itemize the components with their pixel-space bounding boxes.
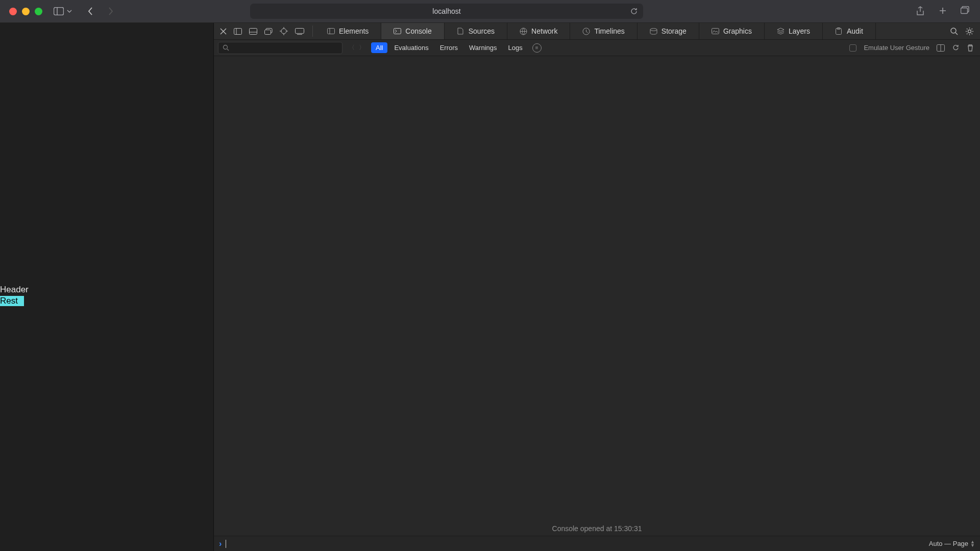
address-text: localhost — [432, 7, 460, 15]
svg-rect-4 — [234, 28, 242, 34]
browser-titlebar: localhost — [0, 0, 980, 23]
filter-pill-warnings[interactable]: Warnings — [464, 42, 501, 53]
network-icon — [520, 28, 527, 35]
tabs-overview-button[interactable] — [961, 6, 971, 16]
tab-label: Audit — [847, 27, 863, 35]
new-tab-button[interactable] — [938, 6, 947, 16]
address-bar[interactable]: localhost — [250, 4, 643, 19]
tab-label: Layers — [789, 27, 810, 35]
tab-storage[interactable]: Storage — [638, 23, 699, 39]
svg-point-25 — [224, 45, 228, 49]
filter-options-button[interactable]: ≡ — [532, 43, 542, 53]
undock-button[interactable] — [264, 28, 273, 35]
chevron-down-icon — [67, 10, 72, 13]
filter-prev-button[interactable]: 〈 — [349, 43, 355, 52]
share-button[interactable] — [916, 6, 925, 16]
reload-button[interactable] — [630, 7, 638, 15]
minimize-window-button[interactable] — [22, 8, 30, 15]
svg-line-23 — [955, 33, 958, 35]
console-output[interactable]: Console opened at 15:30:31 › Auto — Page… — [214, 56, 980, 551]
tab-label: Storage — [662, 27, 687, 35]
filter-pill-all[interactable]: All — [371, 42, 387, 53]
tab-console[interactable]: Console — [381, 23, 444, 39]
settings-button[interactable] — [965, 27, 974, 36]
svg-rect-9 — [265, 30, 271, 34]
elements-icon — [327, 28, 335, 35]
svg-rect-3 — [961, 8, 968, 14]
tab-label: Graphics — [723, 27, 752, 35]
tab-layers[interactable]: Layers — [765, 23, 823, 39]
console-filter-input[interactable] — [218, 42, 342, 54]
filter-pill-errors[interactable]: Errors — [435, 42, 462, 53]
close-devtools-button[interactable] — [220, 28, 227, 35]
execution-context-selector[interactable]: Auto — Page ▲▼ — [929, 540, 975, 547]
emulate-gesture-checkbox[interactable] — [849, 44, 856, 52]
close-window-button[interactable] — [9, 8, 17, 15]
svg-point-22 — [951, 28, 956, 33]
svg-point-10 — [281, 29, 286, 34]
clear-console-button[interactable] — [967, 44, 974, 52]
svg-rect-13 — [328, 29, 335, 34]
stepper-icon: ▲▼ — [970, 540, 975, 547]
refresh-console-button[interactable] — [952, 44, 960, 52]
search-button[interactable] — [950, 27, 958, 35]
tab-label: Network — [531, 27, 557, 35]
page-header-text: Header — [0, 285, 29, 295]
search-icon — [223, 44, 229, 51]
tab-label: Console — [405, 27, 431, 35]
tab-sources[interactable]: Sources — [445, 23, 507, 39]
sources-icon — [457, 28, 464, 35]
graphics-icon — [712, 28, 719, 35]
emulate-gesture-label: Emulate User Gesture — [864, 44, 929, 52]
svg-line-26 — [227, 49, 229, 51]
storage-icon — [650, 28, 657, 35]
tab-label: Timelines — [594, 27, 624, 35]
console-filter-bar: 〈 〉 All Evaluations Errors Warnings Logs… — [214, 40, 980, 56]
window-controls — [9, 8, 42, 15]
device-button[interactable] — [295, 28, 304, 35]
sidebar-toggle-button[interactable] — [54, 7, 72, 15]
dock-left-button[interactable] — [234, 28, 242, 35]
timelines-icon — [582, 28, 590, 35]
preserve-log-button[interactable] — [937, 44, 945, 52]
prompt-caret-icon: › — [219, 539, 222, 548]
filter-pill-logs[interactable]: Logs — [504, 42, 527, 53]
layers-icon — [777, 28, 785, 35]
devtools-tabstrip: Elements Console Sources Network Timelin… — [214, 23, 980, 40]
page-rest-text-highlighted: Rest — [0, 296, 24, 306]
svg-rect-19 — [712, 29, 719, 34]
tab-label: Sources — [469, 27, 495, 35]
tab-network[interactable]: Network — [507, 23, 570, 39]
console-prompt-row: › Auto — Page ▲▼ — [214, 536, 980, 551]
tab-elements[interactable]: Elements — [315, 23, 381, 39]
svg-rect-0 — [54, 8, 64, 15]
tab-timelines[interactable]: Timelines — [570, 23, 637, 39]
inspect-element-button[interactable] — [280, 27, 288, 35]
zoom-window-button[interactable] — [35, 8, 42, 15]
audit-icon — [835, 28, 843, 35]
console-opened-message: Console opened at 15:30:31 — [552, 524, 642, 533]
tab-label: Elements — [339, 27, 369, 35]
filter-next-button[interactable]: 〉 — [359, 43, 365, 52]
svg-point-24 — [968, 30, 971, 33]
tab-graphics[interactable]: Graphics — [699, 23, 765, 39]
filter-pill-evaluations[interactable]: Evaluations — [389, 42, 433, 53]
prompt-input[interactable] — [226, 540, 226, 548]
svg-rect-11 — [296, 28, 304, 33]
devtools-panel: Elements Console Sources Network Timelin… — [213, 23, 980, 551]
svg-rect-6 — [250, 28, 257, 34]
page-viewport[interactable]: Header Rest — [0, 23, 213, 551]
nav-forward-button[interactable] — [108, 7, 114, 16]
dock-bottom-button[interactable] — [249, 28, 257, 35]
nav-back-button[interactable] — [87, 7, 93, 16]
context-label: Auto — Page — [929, 540, 968, 547]
svg-point-18 — [650, 28, 657, 31]
console-icon — [394, 28, 401, 35]
svg-rect-15 — [394, 29, 401, 34]
tab-audit[interactable]: Audit — [823, 23, 876, 39]
